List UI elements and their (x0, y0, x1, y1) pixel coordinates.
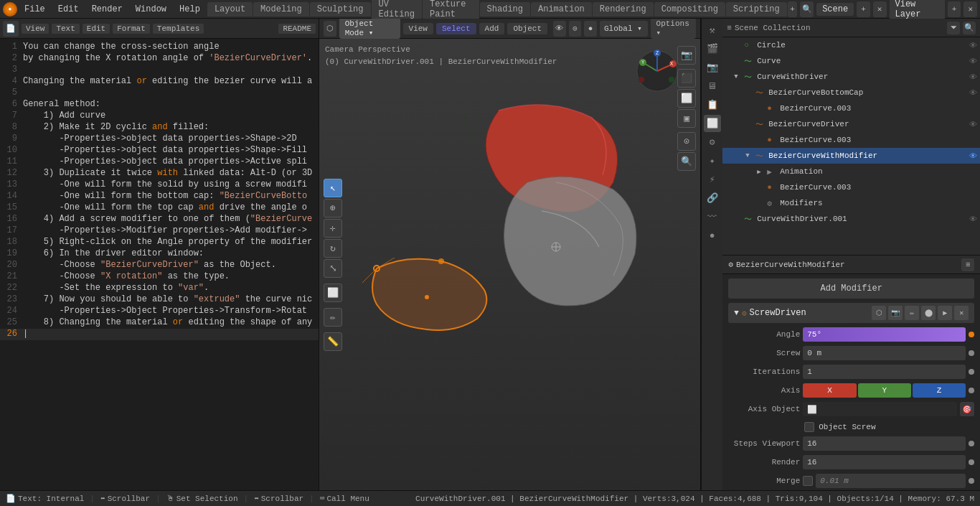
modifier-apply-icon[interactable]: ▶ (938, 306, 952, 320)
modifier-props-icon[interactable]: ⚙ (704, 133, 721, 151)
transform-orientation[interactable]: Global ▾ (600, 21, 648, 37)
outliner-item-curvewithdriver[interactable]: ▼ 〜 CurveWithDriver 👁 (722, 69, 980, 85)
data-props-icon[interactable]: 〰 (704, 208, 721, 225)
tab-modeling[interactable]: Modeling (253, 2, 309, 17)
modifier-render-icon[interactable]: 📷 (888, 306, 903, 320)
render-steps-value[interactable]: 16 (803, 455, 966, 469)
angle-value[interactable]: 75° (803, 327, 966, 342)
shading-icon[interactable]: ● (584, 21, 597, 37)
set-selection-item[interactable]: 🖱 Set Selection (166, 494, 238, 503)
rotate-tool[interactable]: ↻ (324, 239, 342, 258)
menu-edit[interactable]: Edit (52, 3, 85, 16)
menu-file[interactable]: File (19, 3, 51, 16)
view-side-icon[interactable]: ⬜ (677, 89, 696, 108)
merge-value[interactable]: 0.01 m (816, 474, 966, 488)
outliner-search-icon[interactable]: 🔍 (963, 22, 976, 34)
screw-value[interactable]: 0 m (803, 346, 966, 360)
modifier-close-icon[interactable]: ✕ (954, 306, 969, 320)
view-front-icon[interactable]: ⬛ (677, 69, 696, 88)
text-editor-content[interactable]: 1 You can change the cross-section angle… (0, 39, 319, 490)
add-modifier-button[interactable]: Add Modifier (728, 278, 974, 299)
physics-props-icon[interactable]: ⚡ (704, 171, 721, 188)
view-menu-btn[interactable]: View (403, 23, 433, 34)
outliner-item-beziercurve003-1[interactable]: ● BezierCurve.003 (722, 100, 980, 116)
call-menu-item[interactable]: ⌨ Call Menu (320, 494, 369, 503)
scene-remove-icon[interactable]: ✕ (873, 1, 887, 17)
render-props-icon[interactable]: 📷 (704, 59, 721, 76)
outliner-item-modifiers[interactable]: ⚙ Modifiers (722, 195, 980, 211)
outliner-item-beziermodifier[interactable]: ▼ 〜 BezierCurveWithModifier 👁 (722, 148, 980, 164)
readme-label[interactable]: README (278, 24, 316, 34)
axis-object-picker-icon[interactable]: 🎯 (960, 402, 974, 416)
tab-compositing[interactable]: Compositing (654, 2, 725, 17)
object-screw-checkbox[interactable] (804, 422, 814, 432)
overlays-icon[interactable]: ⊙ (569, 21, 582, 37)
view-layer-selector[interactable]: View Layer (890, 0, 945, 21)
zoom-icon[interactable]: 🔍 (677, 152, 696, 171)
search-icon[interactable]: 🔍 (800, 1, 814, 17)
transform-tool[interactable]: ⬜ (324, 284, 342, 302)
tool-props-icon[interactable]: ⚒ (704, 22, 721, 39)
tab-scripting[interactable]: Scripting (726, 2, 787, 17)
tab-shading[interactable]: Shading (480, 2, 530, 17)
tab-layout[interactable]: Layout (207, 2, 253, 17)
outliner-item-bezierbottomcap[interactable]: 〜 BezierCurveBottomCap 👁 (722, 85, 980, 100)
outliner-item-bezierdriver[interactable]: 〜 BezierCurveDriver 👁 (722, 116, 980, 132)
view-layer-add-icon[interactable]: + (948, 1, 961, 17)
object-props-icon[interactable]: ⬜ (704, 115, 721, 132)
axis-object-value[interactable]: ⬜ (803, 402, 957, 416)
viewport-body[interactable]: Camera Perspective (0) CurveWithDriver.0… (319, 39, 700, 490)
format-menu[interactable]: Format (113, 24, 150, 34)
axis-y-button[interactable]: Y (858, 383, 911, 398)
view-layer-remove-icon[interactable]: ✕ (963, 1, 977, 17)
props-options-icon[interactable]: ≡ (961, 258, 974, 271)
output-props-icon[interactable]: 🖥 (704, 78, 721, 95)
menu-render[interactable]: Render (86, 3, 128, 16)
view-layer-props-icon[interactable]: 📋 (704, 96, 721, 113)
scene-add-icon[interactable]: + (857, 1, 870, 17)
constraint-props-icon[interactable]: 🔗 (704, 189, 721, 207)
blender-logo-icon[interactable]: ● (3, 1, 17, 17)
object-mode-selector[interactable]: Object Mode ▾ (339, 19, 400, 39)
steps-viewport-value[interactable]: 16 (803, 436, 966, 451)
modifier-cage-icon[interactable]: ⬤ (921, 306, 936, 320)
options-btn[interactable]: Options ▾ (651, 19, 697, 39)
editor-type-icon[interactable]: 📄 (3, 21, 19, 37)
select-menu-btn[interactable]: Select (436, 23, 476, 34)
outliner-item-curvewithdriver001[interactable]: 〜 CurveWithDriver.001 👁 (722, 211, 980, 227)
outliner-item-animation[interactable]: ▶ ▶ Animation (722, 164, 980, 179)
merge-checkbox[interactable] (803, 476, 813, 486)
show-gizmos-icon[interactable]: 👁 (553, 21, 566, 37)
outliner-item-circle[interactable]: ○ Circle 👁 (722, 37, 980, 53)
axis-z-button[interactable]: Z (913, 383, 966, 398)
modifier-expand-icon[interactable]: ▼ (734, 309, 739, 317)
templates-menu[interactable]: Templates (153, 24, 204, 34)
particle-props-icon[interactable]: ✦ (704, 152, 721, 169)
outliner-item-curve[interactable]: 〜 Curve 👁 (722, 53, 980, 69)
axis-gizmo[interactable]: X Y Z (636, 50, 679, 93)
orbit-icon[interactable]: ⊙ (677, 132, 696, 151)
measure-tool[interactable]: 📏 (324, 332, 342, 351)
scale-tool[interactable]: ⤡ (324, 259, 342, 278)
edit-menu[interactable]: Edit (83, 24, 110, 34)
iterations-value[interactable]: 1 (803, 365, 966, 379)
text-menu[interactable]: Text (52, 24, 79, 34)
view-top-icon[interactable]: ▣ (677, 109, 696, 128)
add-menu-btn[interactable]: Add (479, 23, 505, 34)
scene-icon[interactable]: 🎬 (704, 40, 721, 57)
cursor-tool[interactable]: ⊕ (324, 199, 342, 217)
outliner-item-beziercurve003-2[interactable]: ● BezierCurve.003 (722, 132, 980, 148)
axis-x-button[interactable]: X (803, 383, 856, 398)
menu-help[interactable]: Help (174, 3, 206, 16)
modifier-edit-icon[interactable]: ✏ (905, 306, 919, 320)
annotate-tool[interactable]: ✏ (324, 308, 342, 327)
viewport-editor-icon[interactable]: ⬡ (324, 21, 336, 37)
scene-selector[interactable]: Scene (816, 3, 854, 16)
tab-animation[interactable]: Animation (531, 2, 592, 17)
material-props-icon[interactable]: ● (704, 227, 721, 244)
object-menu-btn[interactable]: Object (507, 23, 547, 34)
tab-rendering[interactable]: Rendering (593, 2, 654, 17)
view-menu[interactable]: View (22, 24, 49, 34)
move-tool[interactable]: ✛ (324, 219, 342, 238)
menu-window[interactable]: Window (130, 3, 172, 16)
